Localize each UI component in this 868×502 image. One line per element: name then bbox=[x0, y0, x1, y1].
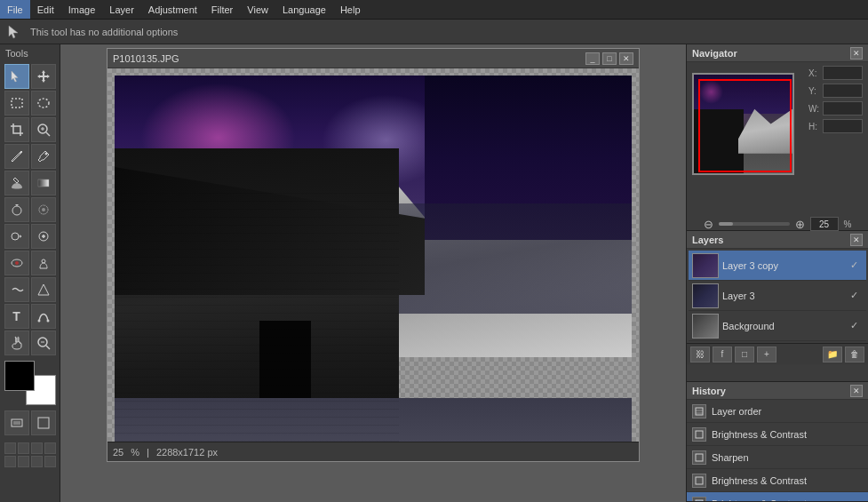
layer-item-2[interactable]: Background ✓ bbox=[689, 311, 866, 341]
history-icon-3 bbox=[692, 474, 706, 488]
layer-tool-mask[interactable]: □ bbox=[735, 347, 754, 363]
menu-edit[interactable]: Edit bbox=[30, 0, 61, 19]
tool-b2[interactable] bbox=[18, 442, 29, 454]
history-item-3[interactable]: Brightness & Contrast bbox=[687, 469, 868, 492]
tool-redeye[interactable] bbox=[4, 251, 29, 275]
color-swatches[interactable] bbox=[4, 361, 56, 405]
tool-rect-select[interactable] bbox=[4, 91, 29, 116]
menu-file[interactable]: File bbox=[0, 0, 30, 19]
history-close-btn[interactable]: ✕ bbox=[850, 385, 863, 397]
window-maximize-btn[interactable]: □ bbox=[602, 52, 617, 65]
history-item-2[interactable]: Sharpen bbox=[687, 446, 868, 469]
layer-tool-group[interactable]: 📁 bbox=[823, 347, 842, 363]
menu-filter[interactable]: Filter bbox=[204, 0, 240, 19]
zoom-out-icon[interactable]: ⊖ bbox=[704, 218, 713, 231]
tool-blur[interactable] bbox=[31, 197, 56, 222]
coord-h-value[interactable] bbox=[823, 119, 863, 133]
tool-zoom[interactable] bbox=[31, 117, 56, 142]
tool-crop[interactable] bbox=[4, 117, 29, 142]
tool-b7[interactable] bbox=[31, 456, 43, 467]
tool-quickmask[interactable] bbox=[4, 410, 29, 435]
layer-item-0[interactable]: Layer 3 copy ✓ bbox=[689, 251, 866, 281]
tool-sharpen[interactable] bbox=[31, 277, 56, 302]
tool-lasso[interactable] bbox=[31, 91, 56, 116]
layer-eye-2[interactable]: ✓ bbox=[850, 320, 863, 331]
history-header: History ✕ bbox=[687, 382, 868, 400]
tool-select[interactable] bbox=[4, 64, 29, 89]
tool-eyedropper[interactable] bbox=[31, 144, 56, 169]
tool-gradient[interactable] bbox=[31, 171, 56, 195]
history-item-4[interactable]: Brightness & Contrast bbox=[687, 492, 868, 502]
tool-burn[interactable] bbox=[4, 197, 29, 222]
foreground-color-swatch[interactable] bbox=[4, 361, 35, 391]
history-name-3: Brightness & Contrast bbox=[712, 475, 807, 486]
tool-b3[interactable] bbox=[31, 442, 43, 454]
layer-name-0: Layer 3 copy bbox=[722, 260, 847, 271]
tool-b5[interactable] bbox=[4, 456, 16, 467]
tool-hand[interactable] bbox=[4, 331, 29, 355]
zoom-unit: % bbox=[131, 447, 139, 458]
tool-row-1 bbox=[4, 64, 56, 89]
tool-options-bar: This tool has no additional options bbox=[0, 20, 868, 44]
tool-b4[interactable] bbox=[44, 442, 56, 454]
zoom-slider[interactable] bbox=[719, 222, 790, 226]
tool-pencil[interactable] bbox=[4, 144, 29, 169]
svg-point-8 bbox=[12, 206, 21, 215]
tool-text[interactable]: T bbox=[4, 304, 29, 329]
tool-zoom-out[interactable] bbox=[31, 331, 56, 355]
menu-view[interactable]: View bbox=[240, 0, 275, 19]
layer-thumb-2 bbox=[692, 314, 719, 339]
tool-row-6 bbox=[4, 197, 56, 222]
window-controls: _ □ ✕ bbox=[585, 52, 633, 65]
tool-heal[interactable] bbox=[31, 224, 56, 249]
svg-rect-27 bbox=[696, 408, 703, 415]
menu-language[interactable]: Language bbox=[275, 0, 333, 19]
layer-eye-1[interactable]: ✓ bbox=[850, 290, 863, 301]
tool-bucket[interactable] bbox=[4, 171, 29, 195]
svg-point-1 bbox=[38, 99, 49, 108]
separator-1: | bbox=[147, 447, 149, 458]
toolbox: Tools bbox=[0, 44, 60, 502]
tool-row-bottom1 bbox=[4, 442, 56, 454]
window-minimize-btn[interactable]: _ bbox=[585, 52, 600, 65]
zoom-in-icon[interactable]: ⊕ bbox=[795, 218, 805, 231]
coord-x-value[interactable] bbox=[823, 66, 863, 80]
svg-point-19 bbox=[37, 320, 40, 323]
menu-layer[interactable]: Layer bbox=[102, 0, 141, 19]
window-close-btn[interactable]: ✕ bbox=[619, 52, 633, 65]
tool-clone[interactable] bbox=[4, 224, 29, 249]
coord-y-row: Y: bbox=[808, 84, 863, 98]
tool-smudge[interactable] bbox=[4, 277, 29, 302]
tool-b1[interactable] bbox=[4, 442, 16, 454]
tool-dodge[interactable] bbox=[31, 251, 56, 275]
layer-tool-new[interactable]: + bbox=[757, 347, 776, 363]
layer-tool-delete[interactable]: 🗑 bbox=[845, 347, 864, 363]
history-item-0[interactable]: Layer order bbox=[687, 400, 868, 423]
zoom-display: 25 bbox=[113, 447, 123, 458]
menu-image[interactable]: Image bbox=[61, 0, 103, 19]
layers-close-btn[interactable]: ✕ bbox=[850, 234, 863, 246]
tool-move[interactable] bbox=[31, 64, 56, 89]
tool-row-3 bbox=[4, 117, 56, 142]
svg-point-10 bbox=[42, 208, 45, 211]
coord-w-value[interactable] bbox=[823, 101, 863, 116]
layer-eye-0[interactable]: ✓ bbox=[850, 259, 863, 271]
tool-b6[interactable] bbox=[18, 456, 29, 467]
tool-screen-mode[interactable] bbox=[31, 410, 56, 435]
tool-b8[interactable] bbox=[44, 456, 56, 467]
layer-tool-link[interactable]: ⛓ bbox=[690, 347, 710, 363]
navigator-close-btn[interactable]: ✕ bbox=[850, 47, 863, 60]
menu-help[interactable]: Help bbox=[333, 0, 368, 19]
svg-rect-7 bbox=[38, 179, 49, 187]
coord-y-value[interactable] bbox=[823, 84, 863, 98]
svg-point-11 bbox=[12, 233, 19, 240]
history-item-1[interactable]: Brightness & Contrast bbox=[687, 423, 868, 446]
menu-adjustment[interactable]: Adjustment bbox=[141, 0, 204, 19]
zoom-value-display[interactable]: 25 bbox=[810, 217, 839, 231]
layer-tool-fx[interactable]: f bbox=[713, 347, 732, 363]
layer-item-1[interactable]: Layer 3 ✓ bbox=[689, 281, 866, 311]
tool-path[interactable] bbox=[31, 304, 56, 329]
svg-point-16 bbox=[15, 261, 19, 265]
svg-point-20 bbox=[46, 320, 49, 323]
tool-row-11 bbox=[4, 331, 56, 355]
